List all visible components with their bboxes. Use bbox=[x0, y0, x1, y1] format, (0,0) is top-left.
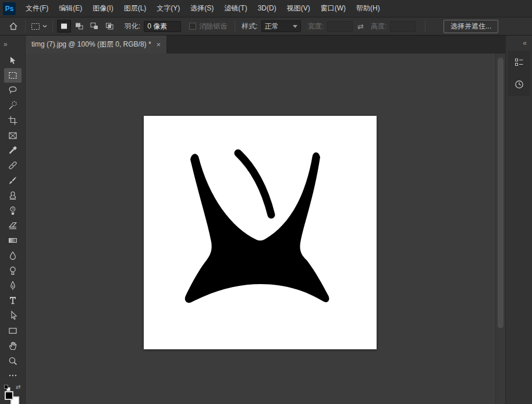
swap-colors-icon[interactable]: ⇄ bbox=[16, 384, 20, 390]
shape-accent-stroke bbox=[238, 153, 271, 215]
frame-icon bbox=[8, 130, 18, 141]
layer-comps-icon bbox=[514, 57, 524, 68]
antialias-checkbox[interactable] bbox=[189, 23, 196, 30]
magnifier-icon bbox=[8, 356, 18, 366]
style-dropdown[interactable]: 正常 bbox=[261, 20, 301, 32]
blur-tool[interactable] bbox=[4, 248, 22, 263]
default-colors-icon[interactable] bbox=[4, 385, 8, 389]
menu-view[interactable]: 视图(V) bbox=[282, 0, 315, 17]
history-panel-button[interactable] bbox=[509, 75, 529, 94]
chevron-down-icon bbox=[293, 25, 297, 28]
add-to-selection-button[interactable] bbox=[72, 20, 86, 33]
zoom-tool[interactable] bbox=[4, 353, 22, 368]
divider bbox=[25, 20, 26, 32]
tool-bar: » bbox=[0, 36, 26, 404]
width-label: 宽度: bbox=[308, 22, 324, 31]
history-clock-icon bbox=[514, 79, 524, 90]
eraser-icon bbox=[8, 220, 18, 231]
document-tab-title: timg (7).jpg @ 100% (图层 0, RGB/8) * bbox=[31, 40, 151, 49]
hand-tool[interactable] bbox=[4, 338, 22, 353]
menu-bar: Ps 文件(F) 编辑(E) 图像(I) 图层(L) 文字(Y) 选择(S) 滤… bbox=[0, 0, 532, 17]
eyedropper-icon bbox=[8, 145, 18, 155]
marquee-preset-icon bbox=[31, 22, 40, 31]
home-icon bbox=[8, 21, 19, 31]
menu-select[interactable]: 选择(S) bbox=[185, 0, 219, 17]
healing-brush-tool[interactable] bbox=[4, 158, 22, 173]
menu-layer[interactable]: 图层(L) bbox=[119, 0, 152, 17]
lasso-tool[interactable] bbox=[4, 83, 22, 98]
expand-panels-chevron[interactable]: « bbox=[506, 36, 532, 51]
divider bbox=[425, 20, 425, 32]
document-tab[interactable]: timg (7).jpg @ 100% (图层 0, RGB/8) * × bbox=[26, 36, 167, 54]
hand-icon bbox=[8, 341, 18, 351]
menu-file[interactable]: 文件(F) bbox=[20, 0, 54, 17]
height-input bbox=[390, 21, 416, 32]
document-tab-bar: timg (7).jpg @ 100% (图层 0, RGB/8) * × bbox=[26, 36, 505, 54]
pen-tool[interactable] bbox=[4, 278, 22, 293]
crop-tool[interactable] bbox=[4, 113, 22, 128]
move-tool[interactable] bbox=[4, 53, 22, 68]
style-label: 样式: bbox=[242, 22, 257, 31]
close-icon[interactable]: × bbox=[157, 40, 161, 49]
menu-edit[interactable]: 编辑(E) bbox=[54, 0, 87, 17]
menu-filter[interactable]: 滤镜(T) bbox=[219, 0, 252, 17]
frame-tool[interactable] bbox=[4, 128, 22, 143]
menu-image[interactable]: 图像(I) bbox=[87, 0, 118, 17]
rectangular-marquee-tool[interactable] bbox=[4, 68, 22, 83]
subtract-selection-icon bbox=[90, 22, 99, 31]
photoshop-logo-icon: Ps bbox=[3, 2, 16, 15]
select-and-mask-button[interactable]: 选择并遮住... bbox=[444, 20, 498, 33]
vertical-scrollbar-thumb[interactable] bbox=[498, 58, 503, 328]
new-selection-button[interactable] bbox=[57, 20, 71, 33]
rectangle-icon bbox=[8, 325, 18, 336]
canvas-pasteboard[interactable] bbox=[26, 54, 505, 404]
add-selection-icon bbox=[75, 22, 84, 31]
type-icon bbox=[8, 295, 18, 306]
options-bar: 羽化: 消除锯齿 样式: 正常 宽度: ⇄ 高度: 选择并遮住... bbox=[0, 17, 532, 36]
history-brush-tool[interactable] bbox=[4, 203, 22, 218]
tool-preset-dropdown[interactable] bbox=[30, 22, 48, 31]
feather-input[interactable] bbox=[144, 21, 181, 32]
menu-window[interactable]: 窗口(W) bbox=[315, 0, 351, 17]
panel-dock: « bbox=[505, 36, 532, 404]
path-selection-icon bbox=[8, 310, 18, 321]
collapsed-panel-group bbox=[508, 51, 530, 96]
path-selection-tool[interactable] bbox=[4, 308, 22, 323]
lasso-icon bbox=[8, 85, 18, 95]
crop-icon bbox=[8, 115, 18, 126]
feather-label: 羽化: bbox=[125, 22, 140, 31]
toolbar-expand-chevron[interactable]: » bbox=[0, 36, 25, 53]
eyedropper-tool[interactable] bbox=[4, 143, 22, 158]
rectangle-shape-tool[interactable] bbox=[4, 323, 22, 338]
menu-3d[interactable]: 3D(D) bbox=[253, 0, 282, 17]
brush-icon bbox=[8, 175, 18, 186]
foreground-color-swatch[interactable] bbox=[5, 391, 13, 400]
style-value: 正常 bbox=[265, 22, 279, 31]
selection-mode-group bbox=[57, 20, 116, 33]
photoshop-window: Ps 文件(F) 编辑(E) 图像(I) 图层(L) 文字(Y) 选择(S) 滤… bbox=[0, 0, 532, 404]
intersect-selection-icon bbox=[105, 22, 114, 31]
vertical-scrollbar[interactable] bbox=[495, 54, 505, 404]
home-button[interactable] bbox=[6, 19, 21, 33]
type-tool[interactable] bbox=[4, 293, 22, 309]
intersect-selection-button[interactable] bbox=[102, 20, 116, 33]
eraser-tool[interactable] bbox=[4, 218, 22, 233]
ellipsis-icon bbox=[8, 370, 18, 381]
gradient-tool[interactable] bbox=[4, 233, 22, 248]
swap-width-height-icon[interactable]: ⇄ bbox=[357, 22, 364, 31]
document-canvas[interactable] bbox=[144, 116, 377, 349]
quick-selection-tool[interactable] bbox=[4, 98, 22, 113]
history-brush-icon bbox=[8, 205, 18, 216]
edit-toolbar-button[interactable] bbox=[4, 368, 22, 384]
height-label: 高度: bbox=[371, 22, 386, 31]
clone-stamp-tool[interactable] bbox=[4, 188, 22, 203]
layer-comps-panel-button[interactable] bbox=[509, 52, 529, 72]
dodge-tool[interactable] bbox=[4, 263, 22, 278]
chevron-down-icon bbox=[42, 24, 47, 29]
antialias-label: 消除锯齿 bbox=[199, 22, 227, 31]
menu-type[interactable]: 文字(Y) bbox=[151, 0, 185, 17]
menu-help[interactable]: 帮助(H) bbox=[351, 0, 385, 17]
brush-tool[interactable] bbox=[4, 173, 22, 188]
subtract-from-selection-button[interactable] bbox=[87, 20, 101, 33]
dodge-icon bbox=[8, 265, 18, 276]
